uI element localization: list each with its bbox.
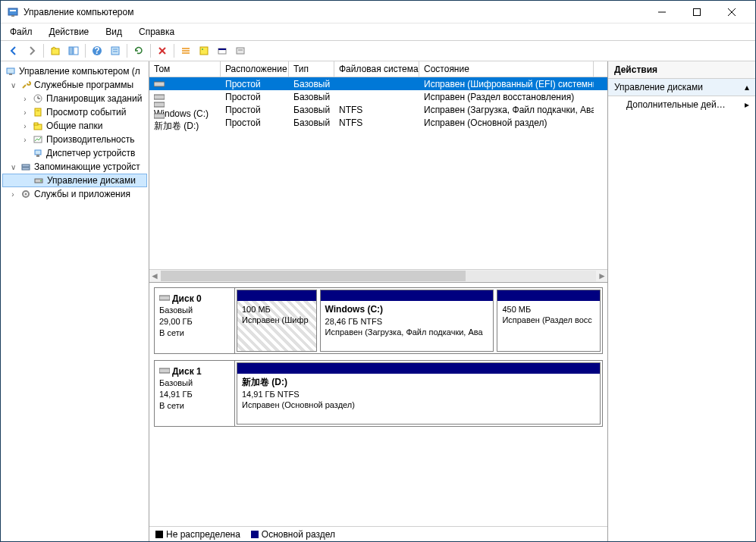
chevron-right-icon: ▸ [745, 99, 749, 110]
collapse-icon[interactable]: ∨ [8, 163, 17, 171]
volume-row[interactable]: ПростойБазовыйИсправен (Шифрованный (EFI… [149, 77, 607, 90]
column-header-fs[interactable]: Файловая система [334, 61, 419, 77]
cell-layout: Простой [221, 117, 289, 128]
column-header-status[interactable]: Состояние [419, 61, 594, 77]
svg-text:?: ? [94, 45, 99, 56]
help-button[interactable]: ? [89, 42, 105, 59]
back-button[interactable] [5, 42, 22, 59]
column-header-type[interactable]: Тип [289, 61, 334, 77]
legend-primary: Основной раздел [251, 529, 335, 540]
event-icon [32, 106, 44, 118]
disk-info[interactable]: Диск 1Базовый14,91 ГБВ сети [155, 361, 235, 426]
menu-help[interactable]: Справка [136, 25, 177, 39]
legend: Не распределена Основной раздел [149, 526, 607, 541]
show-hide-tree-button[interactable] [65, 42, 82, 59]
toolbar: ? [1, 40, 755, 61]
device-icon [32, 147, 44, 159]
expand-icon[interactable]: › [20, 95, 30, 103]
titlebar: Управление компьютером [1, 1, 755, 23]
cell-volume [149, 80, 221, 88]
graphical-view-button[interactable] [214, 42, 231, 59]
refresh-button[interactable] [130, 42, 147, 59]
tree-shared[interactable]: › Общие папки [2, 119, 147, 133]
cell-fs: NTFS [334, 117, 419, 128]
volume-row[interactable]: 新加卷 (D:)ПростойБазовыйNTFSИсправен (Осно… [149, 116, 607, 129]
computer-icon [5, 65, 17, 77]
partition[interactable]: 100 МБИсправен (Шифр [237, 290, 317, 352]
partition[interactable]: 450 МБИсправен (Раздел восс [497, 290, 601, 352]
tree-perf[interactable]: › Производительность [2, 133, 147, 146]
minimize-button[interactable] [645, 1, 679, 23]
disk-icon [33, 174, 45, 186]
settings-button[interactable] [232, 42, 249, 59]
expand-icon[interactable]: › [20, 122, 30, 130]
actions-title: Действия [608, 61, 755, 79]
svg-rect-7 [52, 49, 59, 55]
detail-view-button[interactable] [196, 42, 212, 59]
partition[interactable]: Windows (C:)28,46 ГБ NTFSИсправен (Загру… [320, 290, 494, 352]
column-header-volume[interactable]: Том [149, 61, 221, 77]
svg-rect-36 [35, 150, 41, 155]
svg-rect-24 [237, 48, 244, 54]
svg-rect-23 [218, 49, 226, 50]
actions-section[interactable]: Управление дисками ▴ [608, 79, 755, 96]
tree-label: Просмотр событий [46, 107, 126, 117]
volume-table-body[interactable]: ПростойБазовыйИсправен (Шифрованный (EFI… [149, 77, 607, 269]
svg-rect-19 [182, 52, 190, 54]
tree-scheduler[interactable]: › Планировщик заданий [2, 92, 147, 105]
cell-layout: Простой [221, 79, 289, 89]
actions-more[interactable]: Дополнительные дей… ▸ [608, 96, 755, 113]
tree-devmgr[interactable]: Диспетчер устройств [2, 146, 147, 160]
cell-type: Базовый [289, 105, 334, 115]
tree-storage[interactable]: ∨ Запоминающие устройст [2, 160, 147, 174]
cell-type: Базовый [289, 79, 334, 89]
collapse-icon[interactable]: ∨ [8, 81, 17, 89]
storage-icon [20, 161, 32, 173]
app-icon [7, 6, 19, 18]
tree-eventviewer[interactable]: › Просмотр событий [2, 105, 147, 119]
delete-button[interactable] [154, 42, 171, 59]
disk-graphical-area[interactable]: Диск 0Базовый29,00 ГБВ сети100 МБИсправе… [149, 283, 607, 526]
svg-rect-46 [154, 102, 165, 107]
svg-rect-0 [8, 8, 17, 15]
tree-root[interactable]: Управление компьютером (л [2, 64, 147, 78]
svg-rect-9 [74, 47, 78, 55]
svg-rect-45 [154, 95, 165, 99]
forward-button[interactable] [24, 42, 40, 59]
expand-icon[interactable]: › [20, 136, 30, 144]
nav-tree[interactable]: Управление компьютером (л ∨ Служебные пр… [1, 61, 149, 541]
svg-rect-27 [9, 74, 12, 75]
expand-icon[interactable]: › [8, 190, 17, 199]
tree-tools[interactable]: ∨ Служебные программы [2, 78, 147, 92]
menubar: Файл Действие Вид Справка [1, 23, 755, 40]
cell-layout: Простой [221, 92, 289, 102]
close-button[interactable] [714, 1, 749, 23]
cell-status: Исправен (Раздел восстановления) [419, 92, 594, 102]
partition[interactable]: 新加卷 (D:)14,91 ГБ NTFSИсправен (Основной … [237, 362, 601, 425]
properties-button[interactable] [107, 42, 124, 59]
tree-diskmgmt[interactable]: Управление дисками [2, 174, 147, 187]
svg-point-41 [40, 180, 42, 182]
expand-icon[interactable]: › [20, 108, 30, 117]
actions-section-label: Управление дисками [614, 82, 703, 92]
list-view-button[interactable] [177, 42, 194, 59]
svg-rect-34 [34, 123, 38, 125]
center-pane: ТомРасположениеТипФайловая системаСостоя… [149, 61, 608, 541]
disk-info[interactable]: Диск 0Базовый29,00 ГБВ сети [155, 288, 235, 353]
column-header-layout[interactable]: Расположение [221, 61, 289, 77]
menu-action[interactable]: Действие [46, 25, 93, 39]
menu-view[interactable]: Вид [102, 25, 125, 39]
maximize-button[interactable] [679, 1, 714, 23]
tree-label: Служебные программы [34, 80, 133, 90]
svg-rect-26 [7, 68, 14, 74]
svg-rect-44 [154, 82, 165, 86]
menu-file[interactable]: Файл [7, 25, 36, 39]
svg-rect-4 [694, 8, 701, 15]
horizontal-scrollbar[interactable]: ◄ ► [149, 269, 607, 282]
svg-rect-37 [36, 155, 39, 157]
tree-label: Службы и приложения [34, 189, 130, 199]
up-button[interactable] [47, 42, 64, 59]
svg-rect-18 [182, 50, 190, 52]
cell-volume: 新加卷 (D:) [149, 112, 221, 133]
tree-services[interactable]: › Службы и приложения [2, 187, 147, 201]
